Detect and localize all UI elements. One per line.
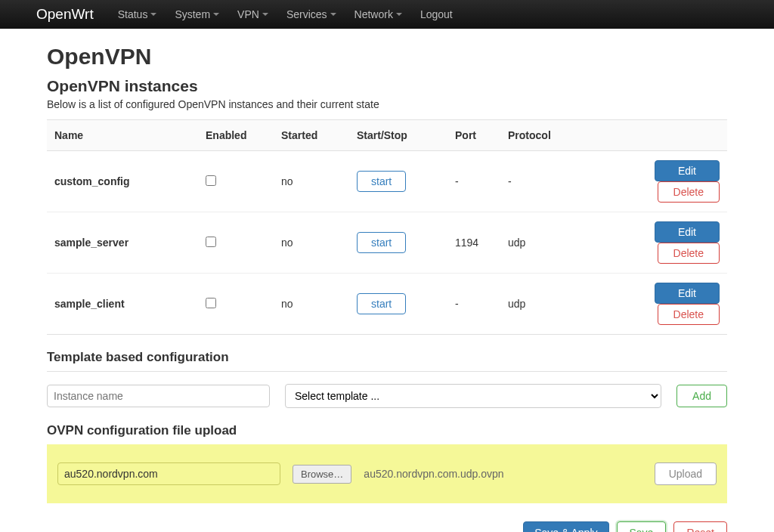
nav-system[interactable]: System <box>166 0 228 29</box>
save-button[interactable]: Save <box>617 521 667 532</box>
chevron-down-icon <box>150 13 156 16</box>
cell-protocol: - <box>500 151 584 212</box>
chevron-down-icon <box>213 13 219 16</box>
cell-actions: Edit Delete <box>584 151 727 212</box>
save-apply-button[interactable]: Save & Apply <box>523 521 608 532</box>
template-section-title: Template based configuration <box>47 350 727 365</box>
nav-label: Status <box>118 8 148 20</box>
section-title: OpenVPN instances <box>47 77 727 95</box>
cell-actions: Edit Delete <box>584 274 727 335</box>
enabled-checkbox[interactable] <box>206 237 216 247</box>
nav-label: VPN <box>237 8 259 20</box>
table-row: sample_client no start - udp Edit Delete <box>47 274 727 335</box>
page-actions: Save & Apply Save Reset <box>47 521 727 532</box>
nav-vpn[interactable]: VPN <box>228 0 277 29</box>
th-startstop: Start/Stop <box>349 120 447 151</box>
enabled-checkbox[interactable] <box>206 175 216 186</box>
nav-services[interactable]: Services <box>277 0 345 29</box>
table-header-row: Name Enabled Started Start/Stop Port Pro… <box>47 120 727 151</box>
nav-label: Logout <box>420 8 453 20</box>
chevron-down-icon <box>330 13 336 16</box>
th-enabled: Enabled <box>198 120 274 151</box>
browse-button[interactable]: Browse… <box>293 465 351 484</box>
th-started: Started <box>274 120 349 151</box>
cell-port: - <box>447 151 500 212</box>
cell-name: sample_client <box>47 274 198 335</box>
cell-port: - <box>447 274 500 335</box>
start-button[interactable]: start <box>357 171 406 192</box>
top-navbar: OpenWrt Status System VPN Services Netwo… <box>0 0 774 29</box>
cell-startstop: start <box>349 212 447 274</box>
instance-name-input[interactable] <box>47 385 270 407</box>
page-title: OpenVPN <box>47 44 727 70</box>
th-name: Name <box>47 120 198 151</box>
template-select[interactable]: Select template ... <box>285 384 661 408</box>
add-button[interactable]: Add <box>676 385 727 407</box>
edit-button[interactable]: Edit <box>655 283 720 304</box>
cell-name: custom_config <box>47 151 198 212</box>
nav-label: Network <box>354 8 393 20</box>
section-description: Below is a list of configured OpenVPN in… <box>47 98 727 110</box>
nav-menu: Status System VPN Services Network Logou… <box>109 0 462 29</box>
cell-protocol: udp <box>500 274 584 335</box>
cell-enabled <box>198 151 274 212</box>
th-port: Port <box>447 120 500 151</box>
chevron-down-icon <box>262 13 268 16</box>
chevron-down-icon <box>396 13 402 16</box>
enabled-checkbox[interactable] <box>206 298 216 308</box>
template-row: Select template ... Add <box>47 371 727 408</box>
reset-button[interactable]: Reset <box>673 521 727 532</box>
cell-enabled <box>198 274 274 335</box>
start-button[interactable]: start <box>357 232 406 253</box>
edit-button[interactable]: Edit <box>655 221 720 243</box>
nav-label: Services <box>286 8 327 20</box>
table-row: custom_config no start - - Edit Delete <box>47 151 727 212</box>
th-protocol: Protocol <box>500 120 584 151</box>
cell-started: no <box>274 151 349 212</box>
upload-section-title: OVPN configuration file upload <box>47 423 727 438</box>
table-row: sample_server no start 1194 udp Edit Del… <box>47 212 727 274</box>
delete-button[interactable]: Delete <box>658 181 720 203</box>
cell-enabled <box>198 212 274 274</box>
cell-port: 1194 <box>447 212 500 274</box>
page-container: OpenVPN OpenVPN instances Below is a lis… <box>32 29 742 532</box>
upload-name-input[interactable] <box>57 462 280 485</box>
cell-startstop: start <box>349 274 447 335</box>
nav-network[interactable]: Network <box>345 0 411 29</box>
upload-box: Browse… au520.nordvpn.com.udp.ovpn Uploa… <box>47 444 727 503</box>
edit-button[interactable]: Edit <box>655 160 720 181</box>
delete-button[interactable]: Delete <box>658 243 720 264</box>
upload-button[interactable]: Upload <box>655 462 717 485</box>
instances-table: Name Enabled Started Start/Stop Port Pro… <box>47 119 727 335</box>
nav-label: System <box>175 8 210 20</box>
cell-startstop: start <box>349 151 447 212</box>
brand: OpenWrt <box>36 6 94 23</box>
cell-started: no <box>274 274 349 335</box>
cell-protocol: udp <box>500 212 584 274</box>
nav-status[interactable]: Status <box>109 0 166 29</box>
delete-button[interactable]: Delete <box>658 304 720 325</box>
selected-filename: au520.nordvpn.com.udp.ovpn <box>364 468 503 480</box>
cell-name: sample_server <box>47 212 198 274</box>
th-actions <box>584 120 727 151</box>
cell-actions: Edit Delete <box>584 212 727 274</box>
start-button[interactable]: start <box>357 293 406 314</box>
cell-started: no <box>274 212 349 274</box>
nav-logout[interactable]: Logout <box>411 0 462 29</box>
